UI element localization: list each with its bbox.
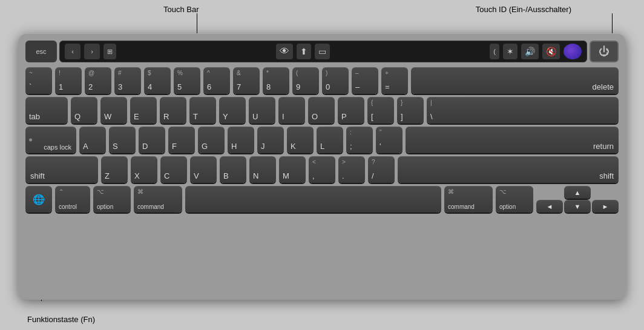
tb-eye[interactable]: 👁 [276, 44, 293, 59]
touch-id-annotation: Touch ID (Ein-/Ausschalter) [476, 5, 571, 14]
touch-id-button[interactable]: ⏻ [590, 41, 619, 62]
tb-brightness[interactable]: ✶ [503, 44, 518, 59]
key-arrow-left[interactable]: ◄ [536, 200, 563, 213]
key-minus[interactable]: –– [352, 67, 378, 94]
tb-mute[interactable]: 🔇 [542, 44, 560, 59]
key-j[interactable]: J [257, 127, 284, 153]
key-u[interactable]: U [249, 97, 275, 124]
key-arrow-up[interactable]: ▲ [564, 186, 591, 199]
key-comma[interactable]: <, [309, 156, 335, 183]
zxcv-row: shift Z X C V B N M <, >. ?/ shift [25, 156, 619, 183]
key-h[interactable]: H [228, 127, 254, 153]
key-5[interactable]: %5 [174, 67, 200, 94]
key-equals[interactable]: += [381, 67, 408, 94]
key-delete[interactable]: delete [411, 67, 619, 94]
key-return[interactable]: return [406, 127, 619, 153]
key-4[interactable]: $4 [144, 67, 171, 94]
key-period[interactable]: >. [338, 156, 365, 183]
tb-volume[interactable]: 🔊 [521, 44, 539, 59]
key-s[interactable]: S [109, 127, 136, 153]
tb-bracket[interactable]: ( [490, 44, 499, 59]
touch-bar: ‹ › ⊞ 👁 ⬆ ▭ ( ✶ 🔊 🔇 [59, 41, 587, 62]
keyboard: esc ‹ › ⊞ 👁 ⬆ ▭ ( ✶ 🔊 🔇 ⏻ ~ ` [18, 33, 626, 300]
bottom-row: 🌐 ⌃ control ⌥ option ⌘ command ⌘ command… [25, 186, 619, 213]
key-backtick[interactable]: ~ ` [25, 67, 52, 94]
key-d[interactable]: D [139, 127, 165, 153]
tb-window[interactable]: ▭ [315, 44, 330, 59]
key-quote[interactable]: "' [376, 127, 402, 153]
tb-share[interactable]: ⬆ [297, 44, 311, 59]
key-r[interactable]: R [160, 97, 186, 124]
key-command-right[interactable]: ⌘ command [444, 186, 493, 213]
key-1[interactable]: !1 [55, 67, 82, 94]
key-option-left[interactable]: ⌥ option [93, 186, 131, 213]
key-capslock[interactable]: caps lock [25, 127, 76, 153]
key-l[interactable]: L [317, 127, 343, 153]
key-slash[interactable]: ?/ [368, 156, 395, 183]
tb-nav-fwd[interactable]: › [84, 44, 100, 59]
key-w[interactable]: W [100, 97, 127, 124]
key-q[interactable]: Q [71, 97, 97, 124]
key-fn[interactable]: 🌐 [25, 186, 52, 213]
key-9[interactable]: (9 [292, 67, 319, 94]
key-m[interactable]: M [279, 156, 306, 183]
key-f[interactable]: F [168, 127, 195, 153]
key-8[interactable]: *8 [263, 67, 289, 94]
key-a[interactable]: A [79, 127, 106, 153]
key-0[interactable]: )0 [322, 67, 349, 94]
key-semicolon[interactable]: :; [346, 127, 373, 153]
tb-grid[interactable]: ⊞ [104, 44, 116, 59]
key-rbracket[interactable]: }] [397, 97, 424, 124]
key-x[interactable]: X [131, 156, 157, 183]
key-t[interactable]: T [189, 97, 216, 124]
key-v[interactable]: V [190, 156, 217, 183]
asdf-row: caps lock A S D F G H J K L :; "' return [25, 127, 619, 153]
key-option-right[interactable]: ⌥ option [496, 186, 533, 213]
key-3[interactable]: #3 [114, 67, 141, 94]
key-space[interactable] [185, 186, 441, 213]
fn-annotation: Funktionstaste (Fn) [27, 315, 95, 324]
key-b[interactable]: B [220, 156, 246, 183]
key-control[interactable]: ⌃ control [55, 186, 90, 213]
number-row: ~ ` !1 @2 #3 $4 %5 ^6 &7 *8 (9 )0 –– += … [25, 67, 619, 94]
key-6[interactable]: ^6 [203, 67, 230, 94]
tb-nav-back[interactable]: ‹ [65, 44, 80, 59]
key-y[interactable]: Y [219, 97, 246, 124]
key-lbracket[interactable]: {[ [367, 97, 394, 124]
key-g[interactable]: G [198, 127, 225, 153]
key-command-left[interactable]: ⌘ command [134, 186, 182, 213]
key-backslash[interactable]: |\ [427, 97, 619, 124]
key-e[interactable]: E [130, 97, 157, 124]
key-p[interactable]: P [338, 97, 364, 124]
key-i[interactable]: I [278, 97, 305, 124]
esc-key[interactable]: esc [25, 41, 57, 62]
key-arrow-right[interactable]: ► [592, 200, 619, 213]
key-arrow-down[interactable]: ▼ [564, 200, 591, 213]
key-n[interactable]: N [249, 156, 276, 183]
key-7[interactable]: &7 [233, 67, 260, 94]
key-z[interactable]: Z [101, 156, 128, 183]
tb-siri[interactable] [564, 44, 582, 59]
key-o[interactable]: O [308, 97, 335, 124]
key-c[interactable]: C [160, 156, 187, 183]
key-k[interactable]: K [287, 127, 314, 153]
key-2[interactable]: @2 [85, 67, 111, 94]
qwerty-row: tab Q W E R T Y U I O P {[ }] |\ [25, 97, 619, 124]
touch-bar-annotation: Touch Bar [163, 5, 199, 14]
arrow-key-group: ▲ ◄ ▼ ► [536, 186, 619, 213]
key-shift-right[interactable]: shift [398, 156, 619, 183]
key-shift-left[interactable]: shift [25, 156, 98, 183]
key-rows: ~ ` !1 @2 #3 $4 %5 ^6 &7 *8 (9 )0 –– += … [25, 67, 619, 213]
touch-bar-row: esc ‹ › ⊞ 👁 ⬆ ▭ ( ✶ 🔊 🔇 ⏻ [25, 39, 619, 64]
key-tab[interactable]: tab [25, 97, 68, 124]
